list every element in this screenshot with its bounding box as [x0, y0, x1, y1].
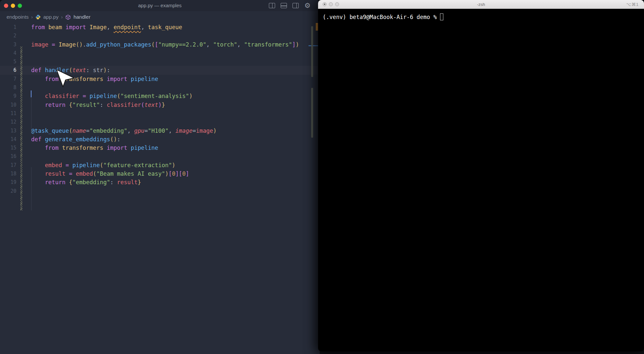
code-line-content: result = embed("Beam makes AI easy")[0][… [31, 169, 189, 178]
desktop: app.py — examples ⚙ endpoints › app.py › [0, 0, 644, 354]
code-editor[interactable]: 1from beam import Image, endpoint, task_… [0, 23, 320, 195]
line-number: 14 [0, 135, 16, 144]
code-line[interactable]: 9 classifier = pipeline("sentiment-analy… [0, 92, 320, 100]
line-number: 4 [0, 49, 16, 57]
overview-ruler-cursor-tick [309, 45, 319, 46]
shell-prompt-text: (.venv) beta9@MacBook-Air-6 demo % [323, 14, 437, 20]
code-line[interactable]: 14def generate_embeddings(): [0, 135, 320, 144]
editor-window: app.py — examples ⚙ endpoints › app.py › [0, 0, 320, 354]
code-line-content: classifier = pipeline("sentiment-analysi… [31, 92, 192, 100]
line-number: 17 [0, 161, 16, 169]
scrollbar-decoration[interactable] [311, 88, 313, 138]
code-line[interactable]: 10 return {"result": classifier(text)} [0, 101, 320, 109]
indent-guide [31, 98, 31, 133]
code-line[interactable]: 6def handler(text: str): [0, 66, 320, 74]
line-number: 12 [0, 118, 16, 126]
terminal-titlebar[interactable]: -zsh ⌥⌘1 [318, 0, 644, 9]
code-line-content: embed = pipeline("feature-extraction") [31, 161, 175, 169]
breadcrumb-item-endpoints[interactable]: endpoints [7, 14, 29, 20]
breadcrumb-item-symbol[interactable]: handler [73, 14, 91, 20]
code-line-content: @task_queue(name="embedding", gpu="H100"… [31, 127, 217, 135]
code-line-content: def handler(text: str): [31, 66, 110, 74]
line-number: 19 [0, 178, 16, 187]
line-number: 11 [0, 109, 16, 118]
line-number: 6 [0, 66, 16, 74]
line-number: 20 [0, 187, 16, 195]
settings-gear-icon[interactable]: ⚙ [304, 2, 311, 9]
terminal-tab-shortcut: ⌥⌘1 [626, 2, 639, 7]
code-line[interactable]: 19 return {"embedding": result} [0, 178, 320, 187]
terminal-title: -zsh [318, 2, 644, 7]
chevron-right-icon: › [31, 14, 33, 20]
code-line[interactable]: 18 result = embed("Beam makes AI easy")[… [0, 169, 320, 178]
code-line[interactable]: 8 [0, 83, 320, 92]
line-number: 1 [0, 23, 16, 31]
symbol-method-cube-icon [65, 14, 71, 20]
code-line-content: from transformers import pipeline [31, 75, 158, 83]
line-number: 7 [0, 75, 16, 83]
code-line-content: def generate_embeddings(): [31, 135, 120, 144]
text-caret [31, 90, 31, 97]
split-columns-icon[interactable] [269, 3, 275, 8]
code-line[interactable]: 17 embed = pipeline("feature-extraction"… [0, 161, 320, 169]
line-number: 13 [0, 127, 16, 135]
line-number: 3 [0, 40, 16, 49]
shell-prompt: (.venv) beta9@MacBook-Air-6 demo % [323, 13, 644, 20]
split-rows-icon[interactable] [281, 3, 287, 8]
terminal-body[interactable]: (.venv) beta9@MacBook-Air-6 demo % [318, 9, 644, 20]
code-line[interactable]: 1from beam import Image, endpoint, task_… [0, 23, 320, 31]
code-line[interactable]: 20 [0, 187, 320, 195]
line-number: 10 [0, 101, 16, 109]
code-line[interactable]: 12 [0, 118, 320, 126]
code-line[interactable]: 7 from transformers import pipeline [0, 75, 320, 83]
code-line-content: image = Image().add_python_packages(["nu… [31, 40, 299, 49]
code-line-content: from beam import Image, endpoint, task_q… [31, 23, 182, 31]
editor-titlebar[interactable]: app.py — examples ⚙ [0, 0, 320, 11]
code-line[interactable]: 11 [0, 109, 320, 118]
line-number: 18 [0, 169, 16, 178]
python-icon [35, 14, 41, 20]
line-number: 9 [0, 92, 16, 100]
terminal-window: -zsh ⌥⌘1 (.venv) beta9@MacBook-Air-6 dem… [318, 0, 644, 351]
chevron-right-icon: › [61, 14, 63, 20]
code-line[interactable]: 16 [0, 152, 320, 161]
breadcrumb: endpoints › app.py › handler [0, 11, 320, 23]
editor-titlebar-actions: ⚙ [269, 0, 311, 11]
code-line[interactable]: 13@task_queue(name="embedding", gpu="H10… [0, 127, 320, 135]
code-line[interactable]: 5 [0, 57, 320, 66]
code-line[interactable]: 3image = Image().add_python_packages(["n… [0, 40, 320, 49]
code-line[interactable]: 2 [0, 31, 320, 40]
line-number: 15 [0, 144, 16, 152]
line-number: 8 [0, 83, 16, 92]
split-right-icon[interactable] [292, 3, 299, 8]
line-number: 2 [0, 31, 16, 40]
code-line[interactable]: 4 [0, 49, 320, 57]
code-line[interactable]: 15 from transformers import pipeline [0, 144, 320, 152]
scrollbar-decoration[interactable] [311, 26, 313, 77]
code-line-content: return {"result": classifier(text)} [31, 101, 165, 109]
line-number: 16 [0, 152, 16, 161]
breadcrumb-item-filename[interactable]: app.py [43, 14, 59, 20]
code-line-content: from transformers import pipeline [31, 144, 158, 152]
line-number: 5 [0, 57, 16, 66]
code-line-content: return {"embedding": result} [31, 178, 141, 187]
indent-guide [31, 167, 31, 210]
terminal-cursor [440, 13, 443, 20]
